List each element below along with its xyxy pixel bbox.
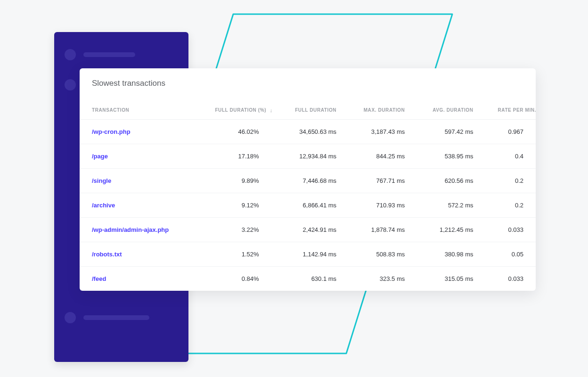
max-duration: 323.5 ms [349, 267, 417, 291]
table-row: /page17.18%12,934.84 ms844.25 ms538.95 m… [80, 144, 536, 169]
avg-duration: 597.42 ms [417, 120, 485, 144]
dot-icon [65, 312, 76, 323]
full-duration-pct: 46.02% [203, 120, 271, 144]
table-row: /robots.txt1.52%1,142.94 ms508.83 ms380.… [80, 242, 536, 267]
col-max-duration[interactable]: MAX. DURATION [349, 100, 417, 120]
full-duration: 34,650.63 ms [271, 120, 349, 144]
col-transaction[interactable]: TRANSACTION [80, 100, 203, 120]
col-rate-per-min[interactable]: RATE PER MIN. [485, 100, 536, 120]
full-duration: 7,446.68 ms [271, 169, 349, 193]
full-duration-pct: 3.22% [203, 218, 271, 242]
avg-duration: 1,212.45 ms [417, 218, 485, 242]
sidebar-item [65, 312, 178, 323]
full-duration: 12,934.84 ms [271, 144, 349, 169]
transaction-link[interactable]: /archive [80, 193, 203, 218]
max-duration: 767.71 ms [349, 169, 417, 193]
full-duration-pct: 1.52% [203, 242, 271, 267]
full-duration-pct: 0.84% [203, 267, 271, 291]
transaction-link[interactable]: /wp-cron.php [80, 120, 203, 144]
col-full-duration-pct[interactable]: FULL DURATION (%) ↓ [203, 100, 271, 120]
rate-per-min: 0.4 [485, 144, 536, 169]
col-label: FULL DURATION (%) [215, 107, 266, 113]
max-duration: 844.25 ms [349, 144, 417, 169]
table-header-row: TRANSACTION FULL DURATION (%) ↓ FULL DUR… [80, 100, 536, 120]
max-duration: 3,187.43 ms [349, 120, 417, 144]
transaction-link[interactable]: /robots.txt [80, 242, 203, 267]
sidebar-item [65, 49, 178, 60]
table-row: /feed0.84%630.1 ms323.5 ms315.05 ms0.033 [80, 267, 536, 291]
slowest-transactions-card: Slowest transactions TRANSACTION FULL DU… [80, 68, 536, 291]
max-duration: 710.93 ms [349, 193, 417, 218]
rate-per-min: 0.033 [485, 218, 536, 242]
table-row: /archive9.12%6,866.41 ms710.93 ms572.2 m… [80, 193, 536, 218]
rate-per-min: 0.033 [485, 267, 536, 291]
max-duration: 1,878.74 ms [349, 218, 417, 242]
avg-duration: 380.98 ms [417, 242, 485, 267]
avg-duration: 315.05 ms [417, 267, 485, 291]
full-duration: 1,142.94 ms [271, 242, 349, 267]
rate-per-min: 0.967 [485, 120, 536, 144]
rate-per-min: 0.2 [485, 193, 536, 218]
card-title: Slowest transactions [80, 68, 536, 100]
full-duration: 630.1 ms [271, 267, 349, 291]
avg-duration: 572.2 ms [417, 193, 485, 218]
rate-per-min: 0.2 [485, 169, 536, 193]
sort-desc-icon: ↓ [270, 107, 272, 113]
max-duration: 508.83 ms [349, 242, 417, 267]
table-row: /single9.89%7,446.68 ms767.71 ms620.56 m… [80, 169, 536, 193]
full-duration: 2,424.91 ms [271, 218, 349, 242]
transaction-link[interactable]: /feed [80, 267, 203, 291]
full-duration-pct: 9.12% [203, 193, 271, 218]
transaction-link[interactable]: /page [80, 144, 203, 169]
avg-duration: 620.56 ms [417, 169, 485, 193]
table-row: /wp-cron.php46.02%34,650.63 ms3,187.43 m… [80, 120, 536, 144]
avg-duration: 538.95 ms [417, 144, 485, 169]
transaction-link[interactable]: /wp-admin/admin-ajax.php [80, 218, 203, 242]
transaction-link[interactable]: /single [80, 169, 203, 193]
placeholder-bar [83, 315, 149, 320]
full-duration-pct: 17.18% [203, 144, 271, 169]
table-row: /wp-admin/admin-ajax.php3.22%2,424.91 ms… [80, 218, 536, 242]
rate-per-min: 0.05 [485, 242, 536, 267]
full-duration-pct: 9.89% [203, 169, 271, 193]
transactions-table: TRANSACTION FULL DURATION (%) ↓ FULL DUR… [80, 100, 536, 291]
dot-icon [65, 49, 76, 60]
full-duration: 6,866.41 ms [271, 193, 349, 218]
dot-icon [65, 79, 76, 90]
col-full-duration[interactable]: FULL DURATION [271, 100, 349, 120]
placeholder-bar [83, 52, 135, 57]
col-avg-duration[interactable]: AVG. DURATION [417, 100, 485, 120]
